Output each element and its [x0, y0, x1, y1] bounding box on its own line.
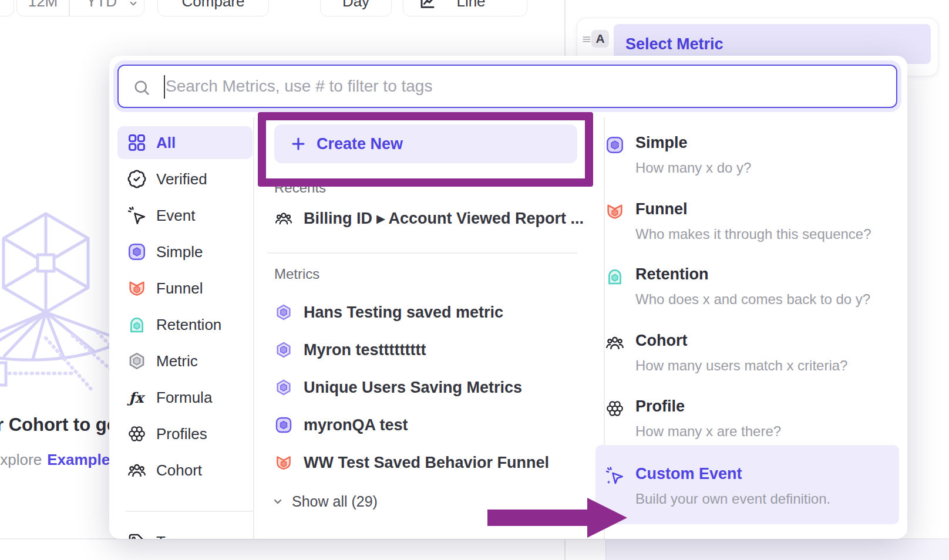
sidebar-item-metric[interactable]: Metric: [117, 345, 253, 377]
type-title: Cohort: [635, 332, 687, 350]
recent-item[interactable]: Billing ID ▸ Account Viewed Report ...: [274, 205, 584, 231]
formula-icon: ƒx: [127, 387, 147, 407]
interval-label: Day: [321, 0, 391, 11]
chevron-down-icon: [128, 0, 139, 9]
sidebar-item-all[interactable]: All: [117, 126, 253, 159]
type-description: Build your own event definition.: [635, 491, 830, 507]
sidebar-label: Cohort: [156, 461, 202, 480]
sidebar-item-verified[interactable]: Verified: [117, 163, 253, 195]
simple-metric-icon: [605, 135, 625, 155]
show-all-button[interactable]: Show all (29): [271, 491, 378, 512]
explore-prefix: Explore: [0, 451, 42, 468]
text-caret: [164, 75, 165, 99]
annotation-highlight-box: [258, 112, 593, 187]
retention-metric-icon: [127, 315, 147, 335]
type-description: Who does x and comes back to do y?: [635, 291, 870, 308]
metric-type-simple[interactable]: Simple How many x do y?: [595, 133, 899, 191]
sidebar-label: Event: [156, 207, 196, 225]
sidebar-item-retention[interactable]: Retention: [117, 308, 253, 341]
svg-text:ƒx: ƒx: [127, 389, 146, 406]
retention-metric-icon: [605, 266, 625, 286]
custom-event-cursor-icon: [605, 466, 625, 486]
chevron-down-icon: [271, 494, 285, 508]
range-ytd-button[interactable]: YTD: [70, 0, 144, 16]
drag-handle-icon[interactable]: [581, 33, 593, 45]
sidebar-label: All: [156, 134, 176, 152]
range-12m-button[interactable]: 12M: [17, 0, 69, 16]
sidebar-label: Simple: [156, 243, 203, 261]
chart-type-button[interactable]: Line: [403, 0, 527, 16]
metric-item-label: Unique Users Saving Metrics: [304, 379, 522, 397]
date-range-group: 12M YTD: [16, 0, 144, 16]
sidebar-item-simple[interactable]: Simple: [117, 235, 253, 268]
profiles-cluster-icon: [127, 424, 147, 444]
type-title: Custom Event: [635, 465, 742, 483]
metric-list-item[interactable]: Unique Users Saving Metrics: [274, 375, 522, 400]
sidebar-column-divider: [253, 117, 254, 539]
sidebar-item-cohort[interactable]: Cohort: [117, 454, 253, 487]
metric-type-funnel[interactable]: Funnel Who makes it through this sequenc…: [595, 199, 899, 258]
right-panel-bottom: [605, 539, 949, 560]
sidebar-item-formula[interactable]: ƒx Formula: [117, 381, 253, 414]
annotation-arrow: [482, 494, 634, 541]
compare-button[interactable]: Compare: [157, 0, 269, 16]
profiles-cluster-icon: [605, 399, 625, 419]
metric-list-item[interactable]: myronQA test: [274, 412, 408, 438]
show-all-label: Show all (29): [292, 493, 378, 510]
metric-search-input[interactable]: [166, 67, 882, 106]
metric-list-item[interactable]: WW Test Saved Behavior Funnel: [274, 450, 549, 475]
metric-item-label: Myron testtttttttt: [304, 341, 426, 359]
type-description: How many x are there?: [635, 423, 781, 440]
funnel-metric-icon: [127, 278, 147, 298]
sidebar-item-profiles[interactable]: Profiles: [117, 417, 253, 450]
sidebar-divider: [126, 511, 254, 512]
metric-type-retention[interactable]: Retention Who does x and comes back to d…: [595, 264, 899, 323]
search-icon: [133, 79, 150, 96]
funnel-metric-icon: [274, 453, 293, 472]
recent-item-label: Billing ID ▸ Account Viewed Report ...: [304, 209, 584, 228]
type-title: Retention: [635, 265, 709, 284]
saved-metric-hexagon-icon: [274, 378, 293, 397]
chart-type-label: Line: [427, 0, 515, 11]
type-title: Funnel: [635, 200, 688, 218]
metric-picker-screen: { "colors": { "accent": "#4f44e0", "acce…: [0, 0, 949, 560]
sidebar-item-funnel[interactable]: Funnel: [117, 272, 253, 305]
metric-list-item[interactable]: Myron testtttttttt: [274, 337, 426, 363]
simple-metric-icon: [127, 242, 147, 262]
metric-list-item[interactable]: Hans Testing saved metric: [274, 299, 503, 325]
funnel-metric-icon: [605, 201, 625, 221]
metric-type-custom-event[interactable]: Custom Event Build your own event defini…: [595, 445, 899, 524]
metric-item-label: WW Test Saved Behavior Funnel: [304, 454, 549, 472]
metric-type-cohort[interactable]: Cohort How many users match x criteria?: [595, 330, 899, 389]
sidebar-label: Tags: [156, 533, 189, 539]
event-cursor-icon: [127, 205, 147, 225]
sidebar-label: Formula: [156, 389, 212, 407]
sidebar-label: Metric: [156, 352, 198, 370]
metric-hexagon-icon: [127, 351, 147, 371]
type-title: Simple: [635, 134, 688, 152]
sidebar-item-tags[interactable]: Tags: [117, 525, 253, 539]
tag-icon: [127, 532, 147, 539]
cohort-people-icon: [605, 333, 625, 353]
cohort-people-icon: [127, 460, 147, 480]
range-12m-label: 12M: [17, 0, 69, 11]
metrics-header: Metrics: [274, 266, 319, 282]
sidebar-label: Funnel: [156, 279, 203, 298]
compare-label: Compare: [158, 0, 268, 11]
verified-badge-icon: [127, 169, 147, 189]
sidebar-label: Profiles: [156, 425, 207, 443]
empty-state-headline: r Cohort to ge: [0, 414, 117, 436]
metric-item-label: myronQA test: [304, 416, 408, 434]
sidebar-item-event[interactable]: Event: [117, 199, 253, 232]
metric-search-box: [117, 65, 897, 108]
saved-metric-hexagon-icon: [274, 303, 293, 322]
toolbar-fragment-button[interactable]: [0, 0, 14, 16]
simple-metric-icon: [274, 416, 293, 434]
type-description: Who makes it through this sequence?: [635, 226, 871, 242]
grid-icon: [127, 133, 147, 153]
interval-button[interactable]: Day: [320, 0, 392, 16]
type-description: How many x do y?: [635, 160, 751, 176]
recents-divider: [267, 252, 577, 254]
metric-letter-badge: A: [591, 30, 609, 48]
sidebar-label: Retention: [156, 316, 221, 334]
